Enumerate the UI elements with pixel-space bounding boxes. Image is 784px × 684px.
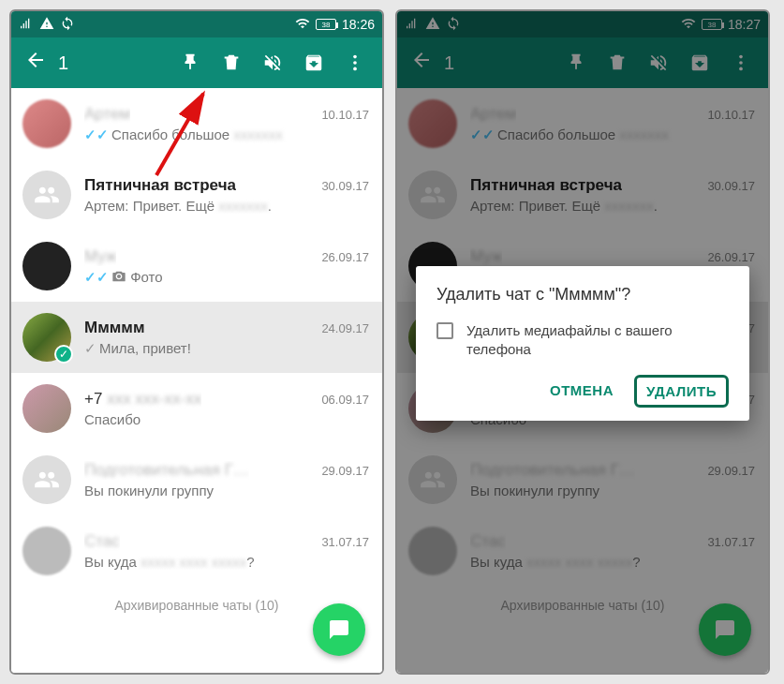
avatar: [22, 527, 71, 575]
phone-right: 38 18:27 1 Артем10.10.17✓✓Спасибо большо…: [395, 9, 770, 675]
avatar: [22, 242, 71, 290]
chat-name: Стас: [84, 532, 120, 551]
chat-row[interactable]: Пятничная встреча 30.09.17 Артем: Привет…: [11, 159, 382, 230]
svg-point-1: [353, 61, 357, 65]
chat-list: Артем 10.10.17 ✓✓Спасибо большое xxxxxxx…: [11, 88, 382, 673]
avatar: [22, 99, 71, 148]
battery-icon: 38: [316, 19, 336, 30]
svg-point-0: [353, 55, 357, 59]
chat-date: 26.09.17: [321, 250, 369, 264]
chat-name: Пятничная встреча: [84, 176, 236, 195]
chat-message: ✓✓ Фото: [84, 269, 369, 286]
chat-name: Муж: [84, 247, 116, 266]
chat-date: 06.09.17: [321, 393, 369, 407]
chat-name: Ммммм: [84, 319, 144, 337]
status-time: 18:26: [342, 17, 375, 32]
chat-row[interactable]: Подготовительная Г… 29.09.17 Вы покинули…: [11, 444, 382, 515]
chat-row[interactable]: Стас 31.07.17 Вы куда xxxxx xxxx xxxxx?: [11, 515, 382, 587]
status-bar: 38 18:26: [11, 11, 382, 37]
mute-icon[interactable]: [260, 51, 285, 75]
archive-icon[interactable]: [302, 51, 326, 75]
avatar: [22, 384, 71, 433]
selected-count: 1: [54, 52, 92, 74]
avatar: [22, 455, 71, 504]
dialog-title: Удалить чат с "Ммммм"?: [436, 285, 729, 305]
chat-date: 10.10.17: [321, 108, 369, 122]
chat-name: Подготовительная Г…: [84, 461, 249, 480]
wifi-icon: [295, 16, 310, 34]
status-right: 38 18:26: [295, 16, 375, 34]
chat-row[interactable]: +7 xxx xxx-xx-xx 06.09.17 Спасибо: [11, 373, 382, 444]
action-bar: 1: [11, 37, 382, 88]
chat-name: Артем: [84, 105, 130, 124]
sync-icon: [60, 16, 75, 34]
chat-message: Спасибо: [84, 411, 369, 427]
warning-icon: [39, 16, 54, 34]
avatar: ✓: [22, 313, 71, 362]
chat-date: 30.09.17: [321, 179, 369, 193]
confirm-delete-button[interactable]: УДАЛИТЬ: [634, 375, 729, 408]
chat-name: +7 xxx xxx-xx-xx: [84, 390, 201, 409]
chat-date: 31.07.17: [321, 535, 369, 549]
avatar: [22, 171, 71, 219]
chat-date: 29.09.17: [321, 464, 369, 478]
chat-date: 24.09.17: [321, 321, 369, 335]
phone-left: 38 18:26 1: [9, 9, 384, 675]
chat-row[interactable]: ✓ Ммммм 24.09.17 ✓Мила, привет!: [11, 302, 382, 373]
camera-icon: [111, 269, 126, 284]
selected-check-icon: ✓: [54, 345, 73, 364]
more-icon[interactable]: [343, 51, 367, 75]
chat-message: Вы покинули группу: [84, 483, 369, 498]
chat-row[interactable]: Муж 26.09.17 ✓✓ Фото: [11, 230, 382, 302]
status-left: [19, 16, 75, 34]
chat-message: Вы куда xxxxx xxxx xxxxx?: [84, 554, 369, 570]
signal-icon: [19, 16, 34, 34]
chat-message: Артем: Привет. Ещё xxxxxxx.: [84, 198, 369, 214]
delete-media-label: Удалить медиафайлы с вашего телефона: [466, 321, 729, 358]
delete-icon[interactable]: [219, 51, 244, 75]
new-chat-fab[interactable]: [313, 603, 365, 656]
chat-message: ✓Мила, привет!: [84, 340, 369, 357]
pin-icon[interactable]: [178, 51, 202, 75]
delete-media-checkbox[interactable]: [436, 322, 453, 339]
delete-chat-dialog: Удалить чат с "Ммммм"? Удалить медиафайл…: [416, 266, 749, 421]
cancel-button[interactable]: ОТМЕНА: [539, 375, 625, 408]
chat-message: ✓✓Спасибо большое xxxxxxx: [84, 126, 369, 143]
svg-point-2: [353, 67, 357, 71]
back-button[interactable]: [17, 49, 54, 77]
chat-row[interactable]: Артем 10.10.17 ✓✓Спасибо большое xxxxxxx: [11, 88, 382, 159]
